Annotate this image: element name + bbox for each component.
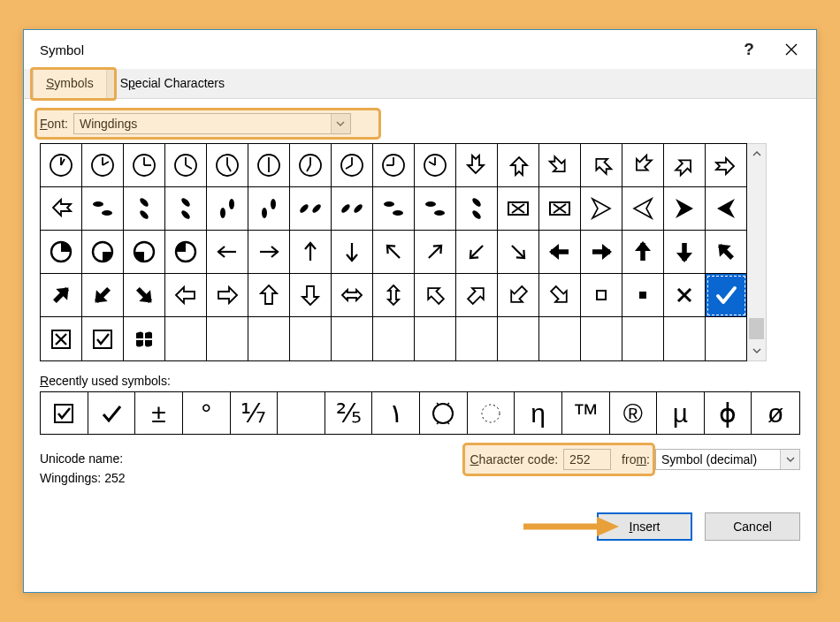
symbol-cell[interactable] bbox=[248, 144, 290, 187]
tab-symbols[interactable]: Symbols bbox=[33, 69, 107, 98]
recent-symbol-cell[interactable]: ɸ bbox=[705, 392, 752, 434]
symbol-cell[interactable] bbox=[124, 144, 165, 187]
symbol-cell[interactable] bbox=[124, 231, 165, 274]
symbol-cell[interactable] bbox=[82, 231, 124, 274]
symbol-cell[interactable] bbox=[248, 231, 290, 274]
symbol-cell[interactable] bbox=[82, 274, 124, 317]
symbol-cell[interactable] bbox=[41, 274, 82, 317]
symbol-cell[interactable] bbox=[539, 187, 581, 231]
symbol-cell[interactable] bbox=[332, 144, 373, 187]
symbol-cell[interactable] bbox=[248, 187, 290, 231]
symbol-cell[interactable] bbox=[664, 187, 706, 231]
symbol-cell[interactable] bbox=[498, 274, 539, 317]
symbol-cell[interactable] bbox=[498, 231, 539, 274]
symbol-cell[interactable] bbox=[581, 187, 622, 231]
symbol-cell[interactable] bbox=[41, 187, 82, 231]
symbol-cell[interactable] bbox=[373, 317, 415, 360]
symbol-cell[interactable] bbox=[41, 317, 82, 360]
symbol-cell[interactable] bbox=[207, 231, 248, 274]
help-button[interactable]: ? bbox=[728, 34, 770, 65]
symbol-cell[interactable] bbox=[332, 187, 373, 231]
symbol-cell[interactable] bbox=[290, 231, 332, 274]
symbol-cell[interactable] bbox=[539, 144, 581, 187]
symbol-cell[interactable] bbox=[415, 187, 456, 231]
symbol-cell[interactable] bbox=[664, 144, 706, 187]
recent-symbol-cell[interactable]: ١ bbox=[372, 392, 420, 434]
symbol-cell[interactable] bbox=[207, 187, 248, 231]
symbol-cell[interactable] bbox=[706, 187, 747, 231]
symbol-cell[interactable] bbox=[664, 274, 706, 317]
symbol-cell[interactable] bbox=[207, 274, 248, 317]
symbol-cell[interactable] bbox=[539, 231, 581, 274]
symbol-cell[interactable] bbox=[82, 144, 124, 187]
chevron-down-icon[interactable] bbox=[331, 114, 350, 133]
from-input[interactable] bbox=[656, 450, 780, 469]
symbol-cell[interactable] bbox=[415, 317, 456, 360]
scroll-up-button[interactable] bbox=[747, 144, 766, 163]
symbol-cell[interactable] bbox=[373, 274, 415, 317]
symbol-cell[interactable] bbox=[124, 317, 165, 360]
symbol-cell[interactable] bbox=[165, 231, 207, 274]
scroll-down-button[interactable] bbox=[747, 341, 766, 360]
symbol-cell[interactable] bbox=[706, 144, 747, 187]
symbol-cell[interactable] bbox=[290, 317, 332, 360]
symbol-cell[interactable] bbox=[124, 187, 165, 231]
recent-symbol-cell[interactable]: ø bbox=[752, 392, 799, 434]
symbol-cell[interactable] bbox=[82, 187, 124, 231]
symbol-cell[interactable] bbox=[415, 144, 456, 187]
recent-symbol-cell[interactable]: µ bbox=[657, 392, 705, 434]
symbol-cell[interactable] bbox=[332, 274, 373, 317]
recent-symbol-cell[interactable] bbox=[88, 392, 136, 434]
symbol-cell[interactable] bbox=[581, 317, 622, 360]
symbol-cell[interactable] bbox=[332, 317, 373, 360]
symbol-cell[interactable] bbox=[124, 274, 165, 317]
symbol-cell[interactable] bbox=[373, 187, 415, 231]
symbol-cell[interactable] bbox=[456, 317, 498, 360]
symbol-cell[interactable] bbox=[248, 274, 290, 317]
scroll-thumb[interactable] bbox=[749, 318, 764, 339]
symbol-cell[interactable] bbox=[706, 274, 747, 317]
symbol-cell[interactable] bbox=[165, 187, 207, 231]
symbol-cell[interactable] bbox=[165, 144, 207, 187]
symbol-cell[interactable] bbox=[664, 317, 706, 360]
symbol-cell[interactable] bbox=[373, 231, 415, 274]
symbol-cell[interactable] bbox=[207, 317, 248, 360]
symbol-cell[interactable] bbox=[664, 231, 706, 274]
close-button[interactable] bbox=[770, 34, 813, 65]
recent-symbol-cell[interactable] bbox=[41, 392, 88, 434]
cancel-button[interactable]: Cancel bbox=[705, 512, 800, 541]
symbol-cell[interactable] bbox=[165, 317, 207, 360]
symbol-cell[interactable] bbox=[498, 317, 539, 360]
symbol-cell[interactable] bbox=[622, 231, 664, 274]
symbol-cell[interactable] bbox=[622, 187, 664, 231]
symbol-cell[interactable] bbox=[622, 144, 664, 187]
symbol-cell[interactable] bbox=[456, 274, 498, 317]
tab-special-characters[interactable]: Special Characters bbox=[107, 69, 238, 98]
symbol-cell[interactable] bbox=[456, 144, 498, 187]
recent-symbol-cell[interactable] bbox=[468, 392, 515, 434]
symbol-cell[interactable] bbox=[41, 144, 82, 187]
symbol-cell[interactable] bbox=[581, 231, 622, 274]
symbol-cell[interactable] bbox=[456, 231, 498, 274]
symbol-cell[interactable] bbox=[82, 317, 124, 360]
symbol-cell[interactable] bbox=[415, 231, 456, 274]
recent-symbol-cell[interactable]: ± bbox=[135, 392, 183, 434]
symbol-cell[interactable] bbox=[456, 187, 498, 231]
font-input[interactable] bbox=[74, 114, 331, 133]
chevron-down-icon[interactable] bbox=[780, 450, 799, 469]
symbol-cell[interactable] bbox=[706, 317, 747, 360]
symbol-cell[interactable] bbox=[581, 274, 622, 317]
font-combobox[interactable] bbox=[73, 113, 351, 134]
symbol-cell[interactable] bbox=[622, 274, 664, 317]
from-combobox[interactable] bbox=[655, 449, 800, 470]
symbol-cell[interactable] bbox=[290, 274, 332, 317]
symbol-cell[interactable] bbox=[373, 144, 415, 187]
scrollbar[interactable] bbox=[747, 143, 767, 361]
symbol-cell[interactable] bbox=[498, 144, 539, 187]
recent-symbol-cell[interactable]: η bbox=[515, 392, 562, 434]
symbol-cell[interactable] bbox=[41, 231, 82, 274]
scroll-track[interactable] bbox=[747, 163, 766, 341]
recent-symbol-cell[interactable]: ⅟₇ bbox=[231, 392, 279, 434]
symbol-cell[interactable] bbox=[290, 187, 332, 231]
symbol-cell[interactable] bbox=[248, 317, 290, 360]
